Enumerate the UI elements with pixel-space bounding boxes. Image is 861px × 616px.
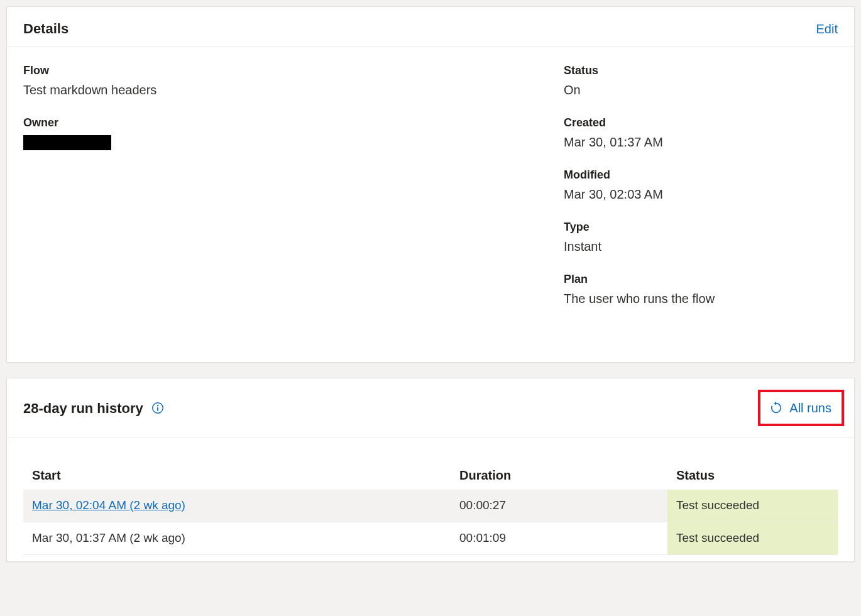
created-field: Created Mar 30, 01:37 AM bbox=[564, 114, 838, 151]
plan-field: Plan The user who runs the flow bbox=[564, 271, 838, 308]
type-field: Type Instant bbox=[564, 219, 838, 256]
run-duration-cell: 00:00:27 bbox=[451, 497, 667, 515]
col-start-header[interactable]: Start bbox=[32, 466, 459, 485]
run-history-table: Start Duration Status Mar 30, 02:04 AM (… bbox=[7, 438, 854, 561]
all-runs-label: All runs bbox=[789, 399, 831, 417]
run-duration-cell: 00:01:09 bbox=[451, 529, 667, 547]
flow-label: Flow bbox=[23, 62, 564, 79]
svg-rect-2 bbox=[157, 407, 158, 411]
history-header: 28-day run history All runs bbox=[7, 378, 854, 438]
status-label: Status bbox=[564, 62, 838, 79]
table-head: Start Duration Status bbox=[23, 461, 838, 490]
status-value: On bbox=[564, 80, 838, 99]
owner-field: Owner bbox=[23, 114, 564, 150]
created-value: Mar 30, 01:37 AM bbox=[564, 133, 838, 151]
run-status-cell: Test succeeded bbox=[667, 522, 838, 554]
plan-label: Plan bbox=[564, 271, 838, 288]
run-start-link[interactable]: Mar 30, 02:04 AM (2 wk ago) bbox=[32, 498, 185, 512]
col-status-header[interactable]: Status bbox=[676, 466, 829, 485]
flow-value: Test markdown headers bbox=[23, 80, 564, 99]
table-row[interactable]: Mar 30, 01:37 AM (2 wk ago) 00:01:09 Tes… bbox=[23, 522, 838, 555]
created-label: Created bbox=[564, 114, 838, 131]
owner-label: Owner bbox=[23, 114, 564, 131]
type-label: Type bbox=[564, 219, 838, 236]
details-header: Details Edit bbox=[7, 7, 854, 47]
modified-field: Modified Mar 30, 02:03 AM bbox=[564, 167, 838, 204]
type-value: Instant bbox=[564, 237, 838, 256]
history-title-wrap: 28-day run history bbox=[23, 398, 165, 419]
col-duration-header[interactable]: Duration bbox=[459, 466, 676, 485]
plan-value: The user who runs the flow bbox=[564, 289, 838, 308]
edit-button[interactable]: Edit bbox=[816, 19, 838, 38]
modified-value: Mar 30, 02:03 AM bbox=[564, 185, 838, 204]
run-start-cell: Mar 30, 02:04 AM (2 wk ago) bbox=[23, 497, 451, 515]
modified-label: Modified bbox=[564, 167, 838, 184]
refresh-icon bbox=[769, 401, 783, 415]
details-title: Details bbox=[23, 18, 69, 39]
svg-point-1 bbox=[157, 405, 158, 406]
info-icon[interactable] bbox=[151, 401, 165, 415]
history-title: 28-day run history bbox=[23, 398, 143, 419]
details-right-column: Status On Created Mar 30, 01:37 AM Modif… bbox=[564, 62, 838, 323]
status-field: Status On bbox=[564, 62, 838, 99]
flow-field: Flow Test markdown headers bbox=[23, 62, 564, 99]
all-runs-button[interactable]: All runs bbox=[758, 390, 844, 426]
details-left-column: Flow Test markdown headers Owner bbox=[23, 62, 564, 323]
table-row[interactable]: Mar 30, 02:04 AM (2 wk ago) 00:00:27 Tes… bbox=[23, 490, 838, 522]
run-history-card: 28-day run history All runs Start Durati… bbox=[6, 378, 855, 562]
run-status-cell: Test succeeded bbox=[667, 490, 838, 522]
details-card: Details Edit Flow Test markdown headers … bbox=[6, 6, 855, 363]
details-body: Flow Test markdown headers Owner Status … bbox=[7, 47, 854, 362]
owner-value-redacted bbox=[23, 135, 111, 150]
run-start-cell: Mar 30, 01:37 AM (2 wk ago) bbox=[23, 529, 451, 547]
